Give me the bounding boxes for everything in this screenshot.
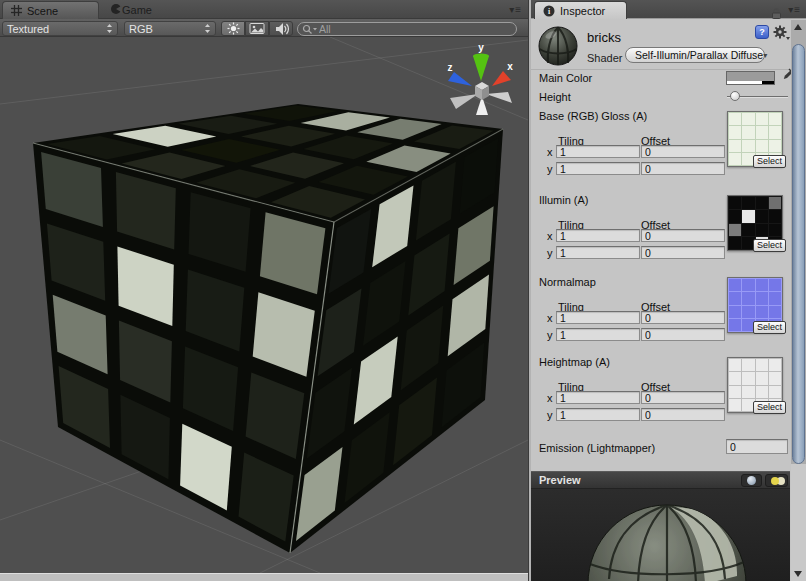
- select-texture-button[interactable]: Select: [753, 321, 786, 334]
- offset-x-input[interactable]: [641, 145, 725, 158]
- alpha-bar-black: [762, 81, 774, 84]
- gizmo-axis-back-left[interactable]: [450, 94, 478, 109]
- shader-label: Shader: [587, 52, 622, 64]
- inspector-panel-menu-icon[interactable]: ▾≡: [788, 4, 801, 15]
- gizmo-x-label: x: [507, 61, 513, 72]
- scroll-down-arrow-icon[interactable]: [794, 571, 802, 577]
- tiling-y-input[interactable]: [556, 246, 640, 259]
- height-slider-knob[interactable]: [730, 91, 740, 101]
- scene-viewport[interactable]: y x z: [0, 37, 528, 573]
- color-mode-value: RGB: [129, 23, 204, 35]
- tab-scene[interactable]: Scene: [2, 1, 99, 19]
- speaker-icon: [274, 22, 289, 36]
- scroll-up-arrow-icon[interactable]: [794, 24, 802, 30]
- inspector-panel: i Inspector ▾≡: [531, 0, 806, 581]
- color-mode-dropdown[interactable]: RGB: [124, 21, 216, 36]
- search-icon: [302, 24, 317, 35]
- main-color-value: [727, 72, 774, 81]
- offset-y-input[interactable]: [641, 162, 725, 175]
- texture-section-label: Heightmap (A): [539, 356, 610, 368]
- gizmo-center-cube[interactable]: [475, 82, 489, 100]
- tab-game[interactable]: Game: [102, 1, 160, 19]
- main-color-label: Main Color: [539, 72, 592, 84]
- row-label-y: y: [547, 329, 553, 341]
- offset-y-input[interactable]: [641, 246, 725, 259]
- header-separator: [531, 69, 790, 70]
- scrollbar-thumb[interactable]: [792, 44, 805, 464]
- updown-arrows-icon: [204, 23, 211, 34]
- height-label: Height: [539, 91, 571, 103]
- texture-section-normalmap: Normalmap Select Tiling Offset x y: [531, 276, 790, 350]
- row-label-y: y: [547, 409, 553, 421]
- texture-section-label: Normalmap: [539, 276, 596, 288]
- select-texture-button[interactable]: Select: [753, 239, 786, 252]
- gear-icon[interactable]: [773, 25, 790, 45]
- inspector-scrollbar[interactable]: [791, 20, 806, 581]
- preview-mesh-button[interactable]: [741, 474, 762, 487]
- row-label-x: x: [547, 392, 553, 404]
- emission-label: Emission (Lightmapper): [539, 442, 655, 454]
- shader-value: Self-Illumin/Parallax Diffuse: [635, 49, 763, 61]
- scene-toolbar: Textured RGB: [0, 19, 528, 37]
- orientation-gizmo[interactable]: y x z: [442, 40, 518, 120]
- shader-dropdown[interactable]: Self-Illumin/Parallax Diffuse ▾: [625, 47, 765, 63]
- tiling-y-input[interactable]: [556, 328, 640, 341]
- render-mode-button[interactable]: [245, 21, 269, 36]
- gizmo-z-axis[interactable]: [448, 72, 472, 86]
- texture-section-illumin: Illumin (A) Select Tiling Offset x y: [531, 194, 790, 268]
- scene-panel-menu-icon[interactable]: ▾≡: [509, 4, 522, 15]
- tiling-x-input[interactable]: [556, 311, 640, 324]
- audio-toggle-button[interactable]: [269, 21, 293, 36]
- gizmo-y-label: y: [478, 42, 484, 53]
- offset-y-input[interactable]: [641, 328, 725, 341]
- help-button[interactable]: ?: [755, 25, 769, 39]
- gizmo-x-axis[interactable]: [492, 71, 511, 86]
- inspector-tabbar: i Inspector ▾≡: [531, 0, 806, 19]
- texture-section-label: Base (RGB) Gloss (A): [539, 110, 647, 122]
- material-preview-ball: [537, 25, 579, 71]
- preview-light-button[interactable]: [765, 474, 788, 487]
- main-color-swatch[interactable]: [726, 71, 775, 85]
- emission-input[interactable]: [726, 439, 788, 454]
- tiling-x-input[interactable]: [556, 145, 640, 158]
- sun-icon: [227, 22, 240, 35]
- tab-inspector[interactable]: i Inspector: [534, 1, 627, 19]
- row-label-y: y: [547, 163, 553, 175]
- gizmo-axis-back-right[interactable]: [486, 92, 512, 103]
- gizmo-y-axis[interactable]: [473, 53, 489, 81]
- material-name: bricks: [587, 30, 621, 45]
- preview-header[interactable]: Preview: [531, 471, 790, 489]
- tiling-x-input[interactable]: [556, 229, 640, 242]
- offset-x-input[interactable]: [641, 229, 725, 242]
- row-label-x: x: [547, 312, 553, 324]
- unity-editor-window: Scene Game ▾≡ Textured RGB: [0, 0, 806, 581]
- offset-y-input[interactable]: [641, 408, 725, 421]
- scene-search-field: [297, 22, 517, 36]
- tiling-y-input[interactable]: [556, 162, 640, 175]
- scrollbar-track[interactable]: [791, 464, 806, 581]
- offset-x-input[interactable]: [641, 311, 725, 324]
- preview-body[interactable]: [531, 489, 790, 581]
- lock-icon[interactable]: [771, 5, 782, 23]
- chevron-down-icon: ▾: [763, 51, 767, 60]
- tab-scene-label: Scene: [27, 5, 58, 17]
- gizmo-z-label: z: [448, 62, 453, 73]
- select-texture-button[interactable]: Select: [753, 401, 786, 414]
- tiling-x-input[interactable]: [556, 391, 640, 404]
- scene-tabbar: Scene Game ▾≡: [0, 0, 528, 19]
- preview-sphere: [531, 489, 790, 581]
- scene-panel: Scene Game ▾≡ Textured RGB: [0, 0, 528, 581]
- texture-section-label: Illumin (A): [539, 194, 589, 206]
- light-dot-icon: [771, 477, 779, 485]
- updown-arrows-icon: [106, 23, 113, 34]
- scene-grid-icon: [11, 5, 22, 16]
- scene-bottom-strip: [0, 573, 528, 581]
- lighting-toggle-button[interactable]: [221, 21, 245, 36]
- search-input[interactable]: [317, 22, 512, 36]
- select-texture-button[interactable]: Select: [753, 155, 786, 168]
- tiling-y-input[interactable]: [556, 408, 640, 421]
- tab-game-label: Game: [122, 4, 152, 16]
- draw-mode-dropdown[interactable]: Textured: [2, 21, 118, 36]
- offset-x-input[interactable]: [641, 391, 725, 404]
- image-icon: [249, 22, 265, 35]
